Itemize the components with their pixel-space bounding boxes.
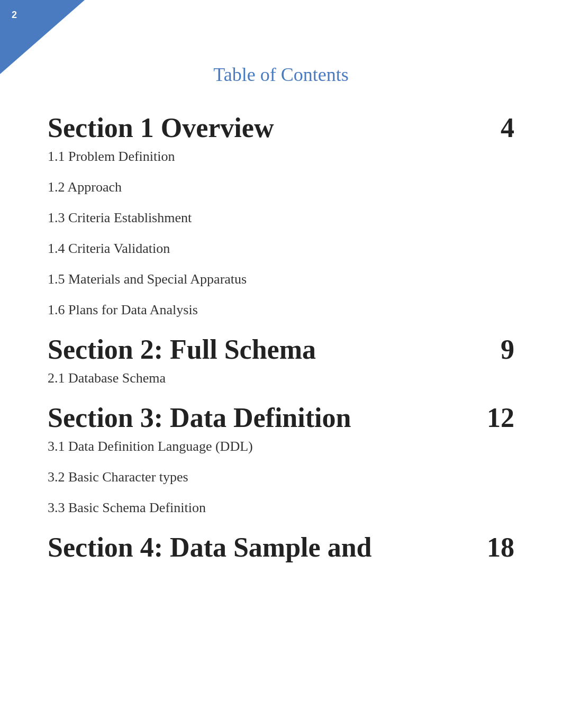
section1-page: 4 — [483, 112, 514, 143]
subsection-3-2: 3.2 Basic Character types — [48, 469, 514, 485]
section4-title: Section 4: Data Sample and — [48, 532, 371, 563]
subsection-3-1: 3.1 Data Definition Language (DDL) — [48, 439, 514, 454]
subsection-1-3: 1.3 Criteria Establishment — [48, 210, 514, 226]
section1-title: Section 1 Overview — [48, 112, 274, 143]
subsection-1-6: 1.6 Plans for Data Analysis — [48, 302, 514, 318]
page-title: Table of Contents — [48, 63, 514, 86]
subsection-1-5: 1.5 Materials and Special Apparatus — [48, 271, 514, 287]
section4-header: Section 4: Data Sample and 18 — [48, 532, 514, 563]
section1-header: Section 1 Overview 4 — [48, 112, 514, 143]
toc-section-2: Section 2: Full Schema 9 2.1 Database Sc… — [48, 334, 514, 386]
subsection-1-4: 1.4 Criteria Validation — [48, 241, 514, 257]
section3-header: Section 3: Data Definition 12 — [48, 402, 514, 433]
section3-page: 12 — [483, 402, 514, 433]
toc-section-1: Section 1 Overview 4 1.1 Problem Definit… — [48, 112, 514, 318]
main-content: Table of Contents Section 1 Overview 4 1… — [0, 0, 562, 600]
subsection-2-1: 2.1 Database Schema — [48, 370, 514, 386]
toc-section-4: Section 4: Data Sample and 18 — [48, 532, 514, 563]
subsection-1-2: 1.2 Approach — [48, 179, 514, 195]
section3-title: Section 3: Data Definition — [48, 402, 351, 433]
toc-section-3: Section 3: Data Definition 12 3.1 Data D… — [48, 402, 514, 516]
subsection-3-3: 3.3 Basic Schema Definition — [48, 500, 514, 516]
page-number: 2 — [12, 10, 17, 21]
section2-page: 9 — [483, 334, 514, 365]
section2-header: Section 2: Full Schema 9 — [48, 334, 514, 365]
subsection-1-1: 1.1 Problem Definition — [48, 149, 514, 165]
section4-page: 18 — [483, 532, 514, 563]
corner-decoration: 2 — [0, 0, 85, 74]
section2-title: Section 2: Full Schema — [48, 334, 316, 365]
